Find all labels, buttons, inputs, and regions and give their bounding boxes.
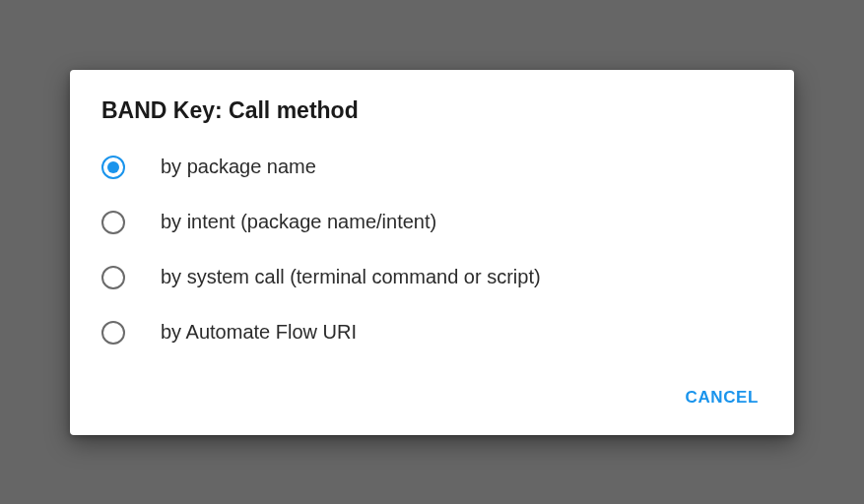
radio-option-automate-flow[interactable]: by Automate Flow URI xyxy=(70,305,794,360)
radio-inner-dot xyxy=(107,161,119,173)
radio-option-system-call[interactable]: by system call (terminal command or scri… xyxy=(70,250,794,305)
radio-label: by Automate Flow URI xyxy=(161,321,357,344)
radio-label: by package name xyxy=(161,156,316,178)
dialog: BAND Key: Call method by package name by… xyxy=(70,70,794,435)
radio-button-icon xyxy=(101,266,125,289)
radio-label: by intent (package name/intent) xyxy=(161,211,436,233)
radio-list: by package name by intent (package name/… xyxy=(70,140,794,360)
dialog-actions: CANCEL xyxy=(70,360,794,423)
cancel-button[interactable]: CANCEL xyxy=(674,380,770,415)
radio-button-icon xyxy=(101,156,125,179)
radio-label: by system call (terminal command or scri… xyxy=(161,266,541,288)
radio-button-icon xyxy=(101,321,125,345)
radio-option-intent[interactable]: by intent (package name/intent) xyxy=(70,195,794,250)
dialog-title: BAND Key: Call method xyxy=(70,94,794,140)
radio-button-icon xyxy=(101,211,125,234)
radio-option-package-name[interactable]: by package name xyxy=(70,140,794,195)
